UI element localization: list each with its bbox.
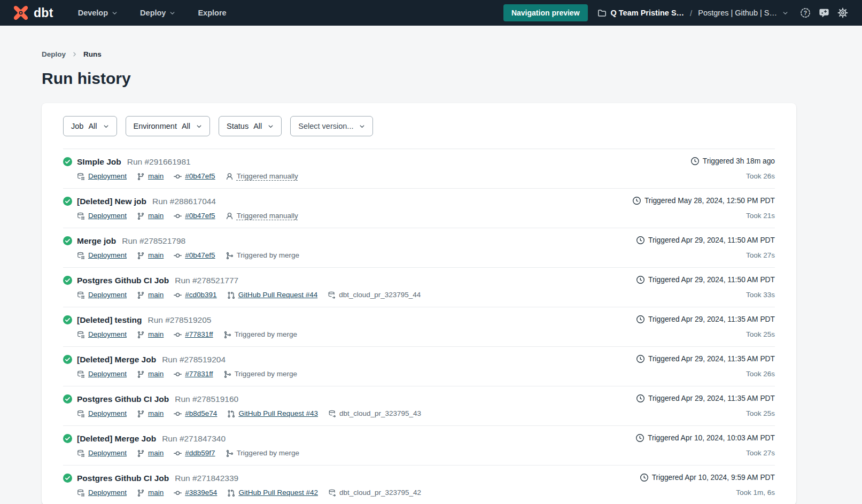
pull-request-link[interactable]: GitHub Pull Request #43 <box>238 408 318 419</box>
git-merge-icon <box>223 370 231 378</box>
run-number[interactable]: Run #271842339 <box>175 472 238 484</box>
environment-link[interactable]: Deployment <box>88 250 127 261</box>
job-name-link[interactable]: Postgres Github CI Job <box>77 393 169 405</box>
status-filter-value: All <box>253 122 262 130</box>
commit-link[interactable]: #cd0b391 <box>185 290 216 300</box>
run-success-icon <box>63 276 72 300</box>
help-icon[interactable] <box>800 7 811 18</box>
git-commit-icon <box>174 212 182 220</box>
git-merge-icon <box>226 252 234 260</box>
run-number[interactable]: Run #288617044 <box>152 196 216 207</box>
environment-link[interactable]: Deployment <box>88 448 127 459</box>
nav-explore[interactable]: Explore <box>198 9 226 17</box>
breadcrumb: Deploy Runs <box>42 50 796 58</box>
commit-link[interactable]: #b8d5e74 <box>185 408 217 419</box>
run-duration: Took 26s <box>746 172 775 180</box>
environment-link[interactable]: Deployment <box>88 290 127 300</box>
job-filter-label: Job <box>71 122 83 130</box>
chevron-down-icon <box>782 10 788 16</box>
environment-icon <box>77 449 85 458</box>
environment-link[interactable]: Deployment <box>88 211 127 221</box>
run-success-icon <box>63 355 72 379</box>
run-number[interactable]: Run #278521798 <box>122 235 185 246</box>
triggered-time: Triggered May 28, 2024, 12:50 PM PDT <box>644 197 775 205</box>
status-filter-label: Status <box>227 122 248 130</box>
chevron-down-icon <box>169 10 175 16</box>
run-success-icon <box>63 474 72 498</box>
branch-link[interactable]: main <box>148 171 164 182</box>
run-number[interactable]: Run #278521777 <box>175 275 238 286</box>
nav-deploy-label: Deploy <box>140 9 166 17</box>
dbt-logo[interactable]: dbt <box>13 5 53 21</box>
run-number[interactable]: Run #278519204 <box>162 354 226 365</box>
job-name-link[interactable]: Postgres Github CI Job <box>77 275 169 286</box>
branch-link[interactable]: main <box>148 250 164 261</box>
branch-link[interactable]: main <box>148 290 164 300</box>
breadcrumb-deploy[interactable]: Deploy <box>42 50 66 58</box>
filters-bar: Job All Environment All Status All Selec… <box>63 116 775 149</box>
environment-icon <box>77 173 85 181</box>
git-commit-icon <box>174 370 182 378</box>
commit-link[interactable]: #0b47ef5 <box>185 211 215 221</box>
environment-link[interactable]: Deployment <box>88 369 127 379</box>
project-switcher[interactable]: Q Team Pristine S… / Postgres | Github |… <box>597 9 788 18</box>
git-commit-icon <box>174 252 182 260</box>
branch-link[interactable]: main <box>148 408 164 419</box>
run-number[interactable]: Run #271847340 <box>162 433 226 444</box>
branch-link[interactable]: main <box>148 211 164 221</box>
pull-request-link[interactable]: GitHub Pull Request #44 <box>238 290 318 300</box>
commit-link[interactable]: #77831ff <box>185 329 213 340</box>
environment-link[interactable]: Deployment <box>88 408 127 419</box>
run-list: SImple Job Run #291661981 Deployment mai… <box>63 149 775 504</box>
navigation-preview-button[interactable]: Navigation preview <box>503 4 588 21</box>
job-name-link[interactable]: [Deleted] Merge Job <box>77 354 156 365</box>
run-number[interactable]: Run #291661981 <box>127 156 191 167</box>
top-nav-right: Navigation preview Q Team Pristine S… / … <box>503 4 848 21</box>
git-branch-icon <box>137 410 145 418</box>
run-row: [Deleted] Merge Job Run #271847340 Deplo… <box>63 426 775 466</box>
trigger-text: Triggered by merge <box>235 369 297 379</box>
environment-link[interactable]: Deployment <box>88 171 127 182</box>
environment-link[interactable]: Deployment <box>88 487 127 498</box>
nav-deploy[interactable]: Deploy <box>140 9 175 17</box>
person-icon <box>226 212 234 220</box>
job-name-link[interactable]: [Deleted] Merge Job <box>77 433 156 444</box>
git-branch-icon <box>137 291 145 299</box>
git-commit-icon <box>174 291 182 299</box>
branch-link[interactable]: main <box>148 487 164 498</box>
branch-link[interactable]: main <box>148 448 164 459</box>
job-name-link[interactable]: Postgres Github CI Job <box>77 472 169 484</box>
triggered-time: Triggered Apr 29, 2024, 11:35 AM PDT <box>648 355 775 363</box>
pull-request-link[interactable]: GitHub Pull Request #42 <box>238 487 318 498</box>
run-number[interactable]: Run #278519160 <box>175 393 238 405</box>
branch-link[interactable]: main <box>148 329 164 340</box>
environment-link[interactable]: Deployment <box>88 329 127 340</box>
commit-link[interactable]: #0b47ef5 <box>185 250 215 261</box>
git-branch-icon <box>137 370 145 378</box>
commit-link[interactable]: #77831ff <box>185 369 213 379</box>
job-name-link[interactable]: [Deleted] testing <box>77 314 142 325</box>
job-name-link[interactable]: SImple Job <box>77 156 121 167</box>
status-filter[interactable]: Status All <box>219 116 282 136</box>
commit-link[interactable]: #ddb59f7 <box>185 448 215 459</box>
version-filter[interactable]: Select version... <box>290 116 373 136</box>
clock-icon <box>636 394 644 402</box>
nav-develop[interactable]: Develop <box>78 9 118 17</box>
triggered-time: Triggered Apr 29, 2024, 11:50 AM PDT <box>648 276 775 284</box>
job-name-link[interactable]: [Deleted] New job <box>77 196 146 207</box>
run-number[interactable]: Run #278519205 <box>147 314 211 325</box>
pull-request-icon <box>227 489 235 497</box>
clock-icon <box>633 197 641 205</box>
commit-link[interactable]: #0b47ef5 <box>185 171 215 182</box>
gear-icon[interactable] <box>837 7 848 18</box>
commit-link[interactable]: #3839e54 <box>185 487 217 498</box>
job-filter[interactable]: Job All <box>63 116 117 136</box>
top-nav-icons <box>800 7 848 18</box>
feedback-icon[interactable] <box>819 7 829 18</box>
environment-filter[interactable]: Environment All <box>126 116 211 136</box>
branch-link[interactable]: main <box>148 369 164 379</box>
clock-icon <box>636 276 644 284</box>
run-row: [Deleted] New job Run #288617044 Deploym… <box>63 189 775 228</box>
job-name-link[interactable]: Merge job <box>77 235 116 246</box>
run-duration: Took 25s <box>746 330 775 338</box>
